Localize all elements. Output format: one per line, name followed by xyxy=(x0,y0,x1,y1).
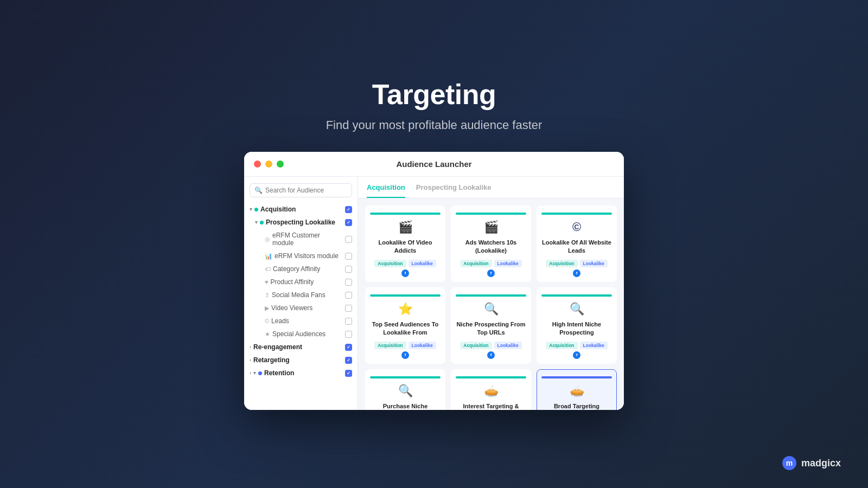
badge-lookalike: Lookalike xyxy=(409,342,436,349)
badge-acquisition: Acquisition xyxy=(460,342,492,349)
card-top-bar xyxy=(541,213,612,215)
star-icon: ★ xyxy=(265,331,270,338)
sidebar-label: Category Affinity xyxy=(273,265,320,273)
facebook-icon: f xyxy=(573,269,580,277)
badge-acquisition: Acquisition xyxy=(546,260,577,267)
sidebar-label: Re-engagement xyxy=(253,343,302,351)
window-titlebar: Audience Launcher xyxy=(244,152,624,177)
card-interest-targeting[interactable]: 🥧 Interest Targeting & Audience Mixes Ac… xyxy=(451,369,531,410)
sidebar-item-special-audiences[interactable]: ★ Special Audiences xyxy=(244,328,358,341)
sidebar-item-retargeting[interactable]: › Retargeting xyxy=(244,354,358,367)
sidebar-label: eRFM Customer module xyxy=(272,232,343,247)
card-top-bar xyxy=(456,294,526,297)
card-title: Broad Targeting xyxy=(554,402,599,410)
card-top-bar xyxy=(456,376,526,378)
search-icon: 🔍 xyxy=(570,302,584,316)
chevron-down-icon: ▾ xyxy=(253,370,256,376)
sidebar-item-video-viewers[interactable]: ▶ Video Viewers xyxy=(244,301,358,314)
bar-chart-icon: 📊 xyxy=(265,253,272,260)
tab-acquisition[interactable]: Acquisition xyxy=(367,183,405,198)
badge-acquisition: Acquisition xyxy=(374,260,406,267)
madgicx-logo: m madgicx xyxy=(782,455,841,471)
dot-green xyxy=(277,160,284,168)
card-title: Interest Targeting & Audience Mixes xyxy=(456,402,526,410)
card-ads-watchers[interactable]: 🎬 Ads Watchers 10s (Lookalike) Acquisiti… xyxy=(451,206,531,282)
card-top-bar xyxy=(370,213,441,215)
window-body: 🔍 ▾ Acquisition ▾ Prospecting Lookalike … xyxy=(244,177,624,410)
sidebar-item-erfm-customer[interactable]: ◎ eRFM Customer module xyxy=(244,229,358,249)
card-broad-targeting[interactable]: 🥧 Broad Targeting Acquisition f xyxy=(537,369,617,410)
sidebar-label: Retargeting xyxy=(253,356,290,364)
card-purchase-niche[interactable]: 🔍 Purchase Niche Prospecting (URLs) Acqu… xyxy=(365,369,445,410)
sidebar-item-category-affinity[interactable]: 🏷 Category Affinity xyxy=(244,262,358,275)
card-title: High Intent Niche Prospecting xyxy=(541,320,612,337)
tabs-bar: Acquisition Prospecting Lookalike xyxy=(358,177,624,198)
circle-icon: ◎ xyxy=(265,236,270,243)
checkbox[interactable] xyxy=(345,357,352,364)
card-top-bar xyxy=(370,294,441,297)
bullet-blue xyxy=(258,371,262,375)
pie-chart-icon: 🥧 xyxy=(570,384,584,398)
card-lookalike-video[interactable]: 🎬 Lookalike Of Video Addicts Acquisition… xyxy=(365,206,445,282)
card-title: Purchase Niche Prospecting (URLs) xyxy=(370,402,441,410)
card-badges: Acquisition Lookalike f xyxy=(370,260,441,277)
checkbox[interactable] xyxy=(345,236,352,243)
badge-lookalike: Lookalike xyxy=(580,260,608,267)
card-high-intent-niche[interactable]: 🔍 High Intent Niche Prospecting Acquisit… xyxy=(537,287,617,364)
card-badges: Acquisition Lookalike f xyxy=(541,342,612,359)
badge-lookalike: Lookalike xyxy=(580,342,608,349)
sidebar-item-retention[interactable]: › ▾ Retention xyxy=(244,367,358,380)
dot-red xyxy=(254,160,261,168)
checkbox[interactable] xyxy=(345,266,352,273)
sidebar-item-leads[interactable]: © Leads xyxy=(244,314,358,328)
checkbox-acquisition[interactable] xyxy=(345,206,352,213)
sidebar-item-product-affinity[interactable]: ♥ Product Affinity xyxy=(244,275,358,288)
sidebar-item-social-media-fans[interactable]: ⇪ Social Media Fans xyxy=(244,288,358,301)
sidebar-item-acquisition[interactable]: ▾ Acquisition xyxy=(244,203,358,216)
card-top-bar xyxy=(370,376,441,378)
card-badges: Acquisition Lookalike f xyxy=(370,342,441,359)
chevron-icon: ▾ xyxy=(255,220,258,225)
card-badges: Acquisition Lookalike f xyxy=(541,260,612,277)
checkbox[interactable] xyxy=(345,292,352,299)
sidebar-label: Prospecting Lookalike xyxy=(266,219,335,226)
card-title: Niche Prospecting From Top URLs xyxy=(456,320,526,337)
search-input[interactable] xyxy=(265,187,347,194)
main-content: Acquisition Prospecting Lookalike 🎬 Look… xyxy=(358,177,624,410)
sidebar-label: Retention xyxy=(264,369,294,377)
card-title: Lookalike Of Video Addicts xyxy=(370,239,441,255)
card-niche-prospecting-urls[interactable]: 🔍 Niche Prospecting From Top URLs Acquis… xyxy=(451,287,531,364)
tab-prospecting-lookalike[interactable]: Prospecting Lookalike xyxy=(416,183,492,198)
card-title: Top Seed Audiences To Lookalike From xyxy=(370,320,441,337)
facebook-icon: f xyxy=(401,269,409,277)
card-title: Ads Watchers 10s (Lookalike) xyxy=(456,239,526,255)
badge-acquisition: Acquisition xyxy=(460,260,492,267)
card-top-seed[interactable]: ⭐ Top Seed Audiences To Lookalike From A… xyxy=(365,287,445,364)
checkbox[interactable] xyxy=(345,253,352,260)
search-box[interactable]: 🔍 xyxy=(250,183,352,197)
sidebar-label: Video Viewers xyxy=(271,304,312,312)
badge-lookalike: Lookalike xyxy=(494,342,522,349)
page-subtitle: Find your most profitable audience faste… xyxy=(326,118,542,132)
sidebar-item-re-engagement[interactable]: › Re-engagement xyxy=(244,341,358,354)
checkbox[interactable] xyxy=(345,344,352,351)
checkbox[interactable] xyxy=(345,279,352,286)
card-lookalike-website[interactable]: © Lookalike Of All Website Leads Acquisi… xyxy=(537,206,617,282)
facebook-icon: f xyxy=(487,269,495,277)
madgicx-icon: m xyxy=(782,455,797,471)
checkbox[interactable] xyxy=(345,331,352,338)
checkbox-prospecting[interactable] xyxy=(345,219,352,226)
facebook-icon: f xyxy=(487,351,495,359)
card-top-bar xyxy=(541,376,612,378)
cards-grid: 🎬 Lookalike Of Video Addicts Acquisition… xyxy=(358,198,624,410)
card-top-bar xyxy=(541,294,612,297)
sidebar-label: eRFM Visitors module xyxy=(275,252,339,260)
checkbox[interactable] xyxy=(345,305,352,312)
checkbox[interactable] xyxy=(345,370,352,377)
chevron-icon: ▾ xyxy=(250,207,252,212)
checkbox[interactable] xyxy=(345,318,352,325)
sidebar-item-prospecting-lookalike[interactable]: ▾ Prospecting Lookalike xyxy=(244,216,358,229)
badge-acquisition: Acquisition xyxy=(546,342,577,349)
sidebar-item-erfm-visitors[interactable]: 📊 eRFM Visitors module xyxy=(244,249,358,262)
chevron-icon: › xyxy=(250,370,251,376)
